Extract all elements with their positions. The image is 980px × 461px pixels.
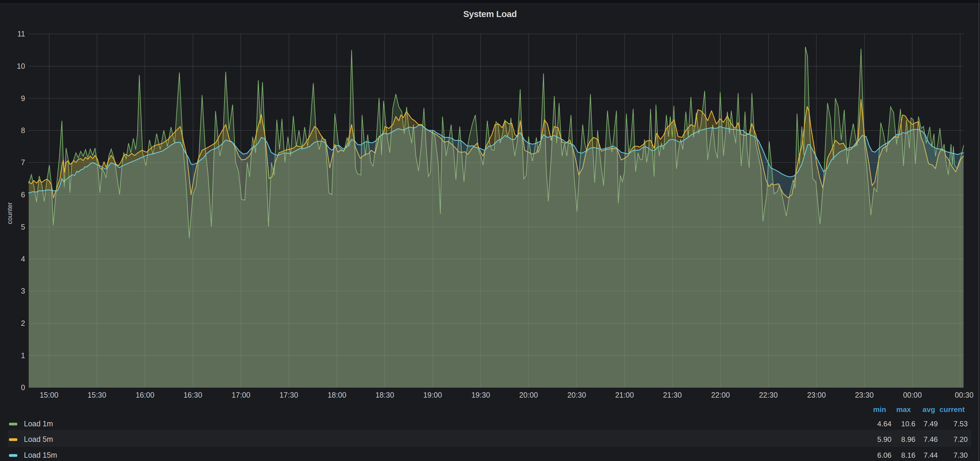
svg-text:22:00: 22:00 <box>711 391 730 399</box>
svg-text:1: 1 <box>21 351 25 360</box>
svg-text:current: current <box>940 405 965 413</box>
svg-text:19:00: 19:00 <box>423 391 442 399</box>
svg-text:16:00: 16:00 <box>136 391 154 399</box>
svg-text:15:30: 15:30 <box>88 391 107 399</box>
svg-text:3: 3 <box>21 287 25 295</box>
svg-text:2: 2 <box>21 319 25 327</box>
svg-text:23:30: 23:30 <box>855 391 874 399</box>
svg-text:18:00: 18:00 <box>328 391 347 399</box>
svg-text:6.06: 6.06 <box>877 451 891 459</box>
svg-text:7.49: 7.49 <box>923 420 938 428</box>
svg-text:7.44: 7.44 <box>923 451 938 459</box>
svg-text:0: 0 <box>21 383 25 392</box>
svg-text:8.96: 8.96 <box>901 435 915 444</box>
svg-text:17:00: 17:00 <box>232 391 251 399</box>
svg-text:10: 10 <box>17 62 25 70</box>
svg-text:21:00: 21:00 <box>615 391 634 399</box>
svg-text:17:30: 17:30 <box>280 391 298 399</box>
svg-text:max: max <box>896 405 911 413</box>
svg-text:7: 7 <box>21 158 25 167</box>
svg-text:counter: counter <box>6 202 13 224</box>
svg-text:8: 8 <box>21 126 25 135</box>
svg-text:8.16: 8.16 <box>901 451 915 459</box>
svg-text:23:00: 23:00 <box>807 391 826 399</box>
svg-text:11: 11 <box>18 30 25 38</box>
svg-text:System Load: System Load <box>463 9 517 19</box>
svg-text:min: min <box>873 405 886 413</box>
svg-text:19:30: 19:30 <box>471 391 490 399</box>
svg-text:6: 6 <box>21 191 25 199</box>
svg-text:21:30: 21:30 <box>663 391 682 399</box>
svg-text:9: 9 <box>21 94 25 103</box>
svg-text:Load 5m: Load 5m <box>24 435 53 444</box>
svg-text:15:00: 15:00 <box>40 391 59 399</box>
svg-text:20:00: 20:00 <box>519 391 538 399</box>
svg-text:16:30: 16:30 <box>184 391 202 399</box>
svg-text:avg: avg <box>923 405 935 413</box>
svg-text:7.20: 7.20 <box>953 435 968 444</box>
svg-text:10.6: 10.6 <box>901 420 915 428</box>
svg-text:7.30: 7.30 <box>953 451 968 459</box>
svg-text:22:30: 22:30 <box>759 391 778 399</box>
svg-text:4: 4 <box>21 255 25 263</box>
svg-text:18:30: 18:30 <box>375 391 395 399</box>
svg-text:00:30: 00:30 <box>955 391 974 399</box>
svg-text:Load 15m: Load 15m <box>24 451 57 459</box>
svg-text:Load 1m: Load 1m <box>24 420 53 428</box>
svg-text:4.64: 4.64 <box>877 420 891 428</box>
svg-text:7.53: 7.53 <box>953 420 968 428</box>
svg-text:5.90: 5.90 <box>877 435 891 444</box>
svg-text:00:00: 00:00 <box>903 391 922 399</box>
svg-text:5: 5 <box>21 223 25 231</box>
svg-text:20:30: 20:30 <box>568 391 586 399</box>
svg-text:7.46: 7.46 <box>923 435 938 444</box>
